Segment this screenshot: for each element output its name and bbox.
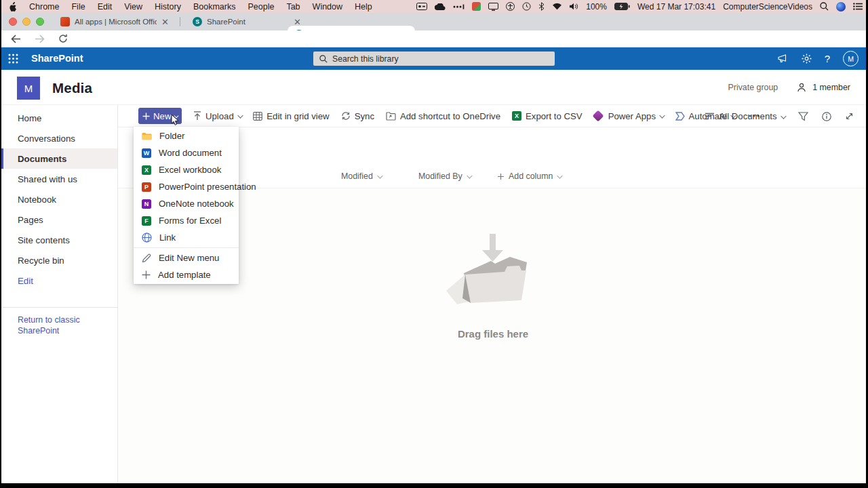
menu-item-edit-new-menu[interactable]: Edit New menu: [134, 249, 239, 266]
new-dropdown-menu: Folder W Word document X Excel workbook …: [134, 127, 239, 284]
menubar-clock[interactable]: Wed 17 Mar 17:03:41: [637, 2, 715, 12]
menu-item-forms-for-excel[interactable]: F Forms for Excel: [134, 212, 239, 229]
sharepoint-suite-header: SharePoint ? M: [0, 47, 868, 70]
accessibility-icon[interactable]: [506, 2, 515, 11]
power-apps-button[interactable]: Power Apps: [594, 111, 664, 121]
menubar-item-history[interactable]: History: [155, 2, 181, 12]
nav-item-shared-with-us[interactable]: Shared with us: [0, 169, 117, 189]
menu-item-word-document[interactable]: W Word document: [134, 144, 239, 161]
column-modified-by[interactable]: Modified By: [418, 171, 471, 181]
forward-icon[interactable]: [35, 35, 45, 43]
view-selector[interactable]: All Documents: [705, 111, 785, 121]
menu-item-folder[interactable]: Folder: [134, 127, 239, 144]
menu-item-excel-workbook[interactable]: X Excel workbook: [134, 161, 239, 178]
nav-edit-link[interactable]: Edit: [0, 270, 117, 291]
nav-item-recycle-bin[interactable]: Recycle bin: [0, 250, 117, 270]
help-icon[interactable]: ?: [825, 53, 830, 64]
word-icon: W: [142, 148, 151, 158]
export-csv-button[interactable]: X Export to CSV: [512, 111, 583, 121]
menu-item-onenote-notebook[interactable]: N OneNote notebook: [134, 195, 239, 212]
menubar-item-tab[interactable]: Tab: [286, 2, 300, 12]
menubar-item-file[interactable]: File: [71, 2, 85, 12]
macos-menubar: Chrome File Edit View History Bookmarks …: [0, 0, 868, 13]
account-avatar[interactable]: M: [843, 51, 859, 66]
cloud-icon[interactable]: [435, 3, 446, 10]
menubar-item-people[interactable]: People: [248, 2, 274, 12]
fullscreen-expand-icon[interactable]: [845, 112, 854, 121]
back-icon[interactable]: [11, 35, 21, 43]
letterbox-bottom: [0, 483, 868, 488]
site-logo[interactable]: M: [17, 77, 40, 100]
menubar-status: 100% Wed 17 Mar 17:03:41 ComputerScience…: [416, 0, 863, 13]
filter-icon[interactable]: [798, 112, 808, 121]
password-manager-icon[interactable]: [453, 4, 465, 9]
nav-item-conversations[interactable]: Conversations: [0, 128, 117, 148]
folder-icon: [142, 132, 152, 140]
chevron-down-icon: [660, 113, 665, 118]
plus-icon: [142, 113, 150, 120]
bluetooth-icon[interactable]: [538, 2, 545, 11]
app-status-icon[interactable]: [472, 2, 481, 11]
tab-close-icon[interactable]: ✕: [161, 18, 169, 26]
pencil-icon: [142, 253, 151, 263]
sync-button[interactable]: Sync: [341, 111, 374, 121]
settings-gear-icon[interactable]: [802, 54, 812, 64]
suite-app-name[interactable]: SharePoint: [31, 53, 83, 64]
window-close-button[interactable]: [9, 18, 17, 26]
menu-item-link[interactable]: Link: [134, 229, 239, 246]
volume-icon[interactable]: [570, 3, 578, 10]
tab-office[interactable]: All apps | Microsoft Office ✕: [54, 13, 174, 30]
window-minimize-button[interactable]: [22, 18, 31, 26]
info-icon[interactable]: [822, 112, 831, 121]
siri-icon[interactable]: [836, 2, 846, 12]
reload-icon[interactable]: [58, 34, 68, 43]
site-title: Media: [52, 80, 92, 96]
window-zoom-button[interactable]: [36, 18, 44, 26]
add-column-button[interactable]: Add column: [498, 171, 561, 181]
search-input[interactable]: [332, 54, 536, 64]
grid-icon: [253, 112, 262, 121]
nav-item-site-contents[interactable]: Site contents: [0, 230, 117, 250]
control-center-icon[interactable]: [853, 3, 863, 10]
suite-header-actions: ? M: [777, 47, 859, 70]
tab-title: All apps | Microsoft Office: [75, 18, 157, 26]
spotlight-search-icon[interactable]: [820, 2, 829, 11]
nav-item-documents[interactable]: Documents: [0, 148, 117, 169]
chevron-down-icon: [377, 173, 382, 178]
members-count[interactable]: 1 member: [812, 83, 850, 92]
add-shortcut-onedrive-button[interactable]: Add shortcut to OneDrive: [386, 111, 500, 121]
return-to-classic-link[interactable]: Return to classic SharePoint: [18, 314, 98, 336]
chevron-down-icon: [557, 173, 563, 178]
upload-button[interactable]: Upload: [193, 111, 241, 121]
menubar-item-bookmarks[interactable]: Bookmarks: [193, 2, 236, 12]
excel-icon: X: [512, 111, 521, 121]
menubar-item-help[interactable]: Help: [355, 2, 372, 12]
column-modified[interactable]: Modified: [341, 171, 381, 181]
menubar-item-chrome[interactable]: Chrome: [29, 2, 59, 12]
edit-grid-view-button[interactable]: Edit in grid view: [253, 111, 329, 121]
letterbox-left: [0, 0, 1, 488]
menu-item-add-template[interactable]: Add template: [134, 266, 239, 283]
tab-separator: [180, 17, 180, 26]
nav-item-pages[interactable]: Pages: [0, 209, 117, 230]
chevron-down-icon: [237, 113, 243, 118]
menu-item-powerpoint-presentation[interactable]: P PowerPoint presentation: [134, 178, 239, 195]
menubar-account-name[interactable]: ComputerScienceVideos: [723, 2, 812, 12]
megaphone-icon[interactable]: [777, 54, 789, 63]
time-machine-icon[interactable]: [522, 2, 531, 11]
suite-search-box[interactable]: [313, 52, 555, 66]
browser-tabstrip: All apps | Microsoft Office ✕ S SharePoi…: [0, 13, 868, 30]
upload-icon: [193, 111, 201, 121]
menubar-item-view[interactable]: View: [124, 2, 142, 12]
app-launcher-waffle-icon[interactable]: [8, 54, 18, 64]
display-icon[interactable]: [488, 3, 498, 11]
apple-menu-icon[interactable]: [8, 1, 17, 12]
screen-record-icon[interactable]: [416, 3, 427, 10]
nav-item-home[interactable]: Home: [0, 108, 117, 128]
menubar-item-edit[interactable]: Edit: [98, 2, 113, 12]
nav-item-notebook[interactable]: Notebook: [0, 189, 117, 209]
menubar-item-window[interactable]: Window: [313, 2, 342, 12]
drag-files-message: Drag files here: [425, 328, 561, 340]
tab-close-icon[interactable]: ✕: [294, 18, 301, 26]
wifi-icon[interactable]: [552, 3, 562, 10]
